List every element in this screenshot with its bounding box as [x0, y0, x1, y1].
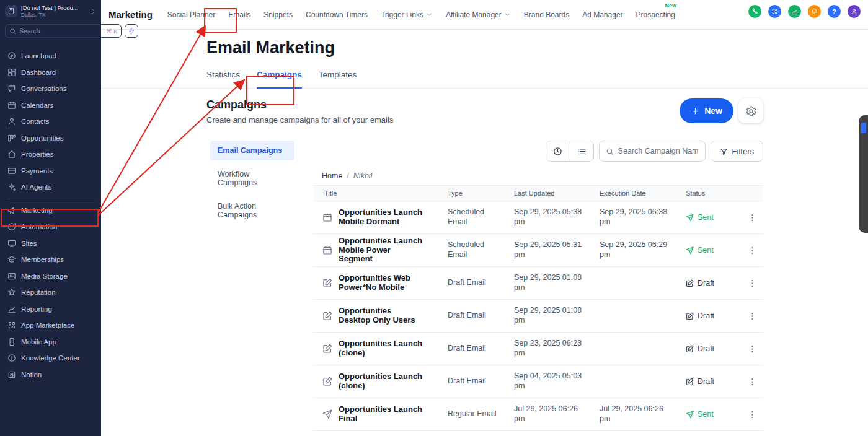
status-badge: Sent — [686, 213, 742, 222]
breadcrumb-home[interactable]: Home — [322, 172, 342, 180]
tab-templates[interactable]: Templates — [319, 70, 357, 88]
history-view-button[interactable] — [546, 141, 570, 161]
calendar-icon — [322, 212, 332, 222]
sidebar-item-ai-agents[interactable]: AI Agents — [0, 179, 101, 196]
campaign-title[interactable]: Opportunities Launch (clone) — [339, 372, 425, 391]
tab-emails[interactable]: Emails — [228, 11, 250, 19]
media-icon — [7, 272, 16, 281]
sidebar-item-label: Notion — [21, 371, 42, 378]
sidebar-item-mobile-app[interactable]: Mobile App — [0, 334, 101, 351]
campaign-title[interactable]: Opportunities Launch (clone) — [339, 339, 425, 358]
chevron-down-icon — [426, 11, 433, 18]
campaign-title[interactable]: Opportunities Launch Mobile Dormant — [339, 208, 425, 227]
sidebar-item-calendars[interactable]: Calendars — [0, 97, 101, 114]
row-actions-button[interactable] — [742, 377, 763, 386]
monitor-icon — [7, 239, 16, 248]
header-action-icons: ? — [748, 5, 861, 18]
sidebar-item-label: Properties — [21, 150, 53, 158]
table-row[interactable]: Opportunities Launch (clone) Draft Email… — [313, 333, 763, 365]
tab-prospecting[interactable]: NewProspecting — [636, 11, 675, 19]
status-badge: Draft — [686, 377, 742, 386]
sidebar-item-label: Automation — [21, 223, 57, 230]
sidebar-item-media-storage[interactable]: Media Storage — [0, 268, 101, 285]
side-tab-workflow-campaigns[interactable]: Workflow Campaigns — [210, 164, 294, 193]
sidebar-search[interactable]: ⌘ K — [5, 24, 122, 38]
tab-affiliate-manager[interactable]: Affiliate Manager — [446, 11, 511, 19]
table-row[interactable]: Opportunities Desktop Only Users Draft E… — [313, 300, 763, 333]
phone-preview-edge[interactable] — [859, 115, 868, 233]
notifications-button[interactable] — [808, 5, 821, 18]
sidebar-item-sites[interactable]: Sites — [0, 235, 101, 252]
side-tab-bulk-action-campaigns[interactable]: Bulk Action Campaigns — [210, 196, 294, 225]
campaign-search[interactable] — [599, 141, 706, 162]
row-actions-button[interactable] — [742, 344, 763, 354]
sidebar-item-label: Contacts — [21, 118, 49, 125]
new-campaign-button[interactable]: New — [680, 98, 733, 123]
table-row[interactable]: Opportunities Launch Mobile Power Segmen… — [313, 234, 763, 267]
edit-icon — [322, 377, 332, 386]
tab-trigger-links[interactable]: Trigger Links — [381, 11, 433, 19]
sidebar: [Do not Test ] Produ... Dallas, TX ⌘ K L… — [0, 0, 101, 436]
sidebar-item-reporting[interactable]: Reporting — [0, 301, 101, 318]
row-actions-button[interactable] — [742, 246, 763, 255]
table-row[interactable]: Opportunities Launch Final Regular Email… — [313, 398, 763, 431]
campaign-title[interactable]: Opportunities Desktop Only Users — [339, 307, 425, 325]
campaign-search-input[interactable] — [618, 147, 699, 155]
list-view-button[interactable] — [570, 141, 593, 161]
sidebar-item-contacts[interactable]: Contacts — [0, 113, 101, 130]
tab-brand-boards[interactable]: Brand Boards — [524, 11, 569, 19]
sidebar-item-properties[interactable]: Properties — [0, 146, 101, 163]
sidebar-item-marketing[interactable]: Marketing — [0, 203, 101, 219]
sidebar-item-conversations[interactable]: Conversations — [0, 81, 101, 97]
sidebar-item-dashboard[interactable]: Dashboard — [0, 64, 101, 81]
table-row[interactable]: Opportunities Launch (clone) Draft Email… — [313, 365, 763, 398]
apps-button[interactable] — [768, 5, 781, 18]
chevron-updown-icon — [89, 8, 96, 15]
campaign-title[interactable]: Opportunities Web Power*No Mobile — [339, 274, 425, 292]
row-actions-button[interactable] — [742, 312, 763, 321]
sparkle-icon — [7, 183, 16, 191]
view-toggle-group — [546, 141, 594, 162]
campaign-title[interactable]: Opportunities Launch Mobile Power Segmen… — [339, 237, 425, 264]
profile-avatar[interactable] — [848, 5, 861, 18]
sidebar-search-input[interactable] — [19, 27, 103, 35]
payments-icon — [7, 167, 16, 175]
sidebar-item-reputation[interactable]: Reputation — [0, 284, 101, 301]
tab-ad-manager[interactable]: Ad Manager — [582, 11, 622, 19]
sidebar-item-payments[interactable]: Payments — [0, 163, 101, 180]
row-actions-button[interactable] — [742, 213, 763, 222]
campaign-title[interactable]: Opportunities Launch Final — [339, 405, 425, 424]
row-actions-button[interactable] — [742, 410, 763, 419]
email-marketing-tabs: Statistics Campaigns Templates — [101, 70, 868, 89]
sidebar-item-notion[interactable]: Notion — [0, 367, 101, 383]
sidebar-item-label: AI Agents — [21, 183, 51, 191]
quick-actions-button[interactable] — [125, 24, 138, 38]
tab-statistics[interactable]: Statistics — [206, 70, 240, 88]
campaign-type-nav: Email Campaigns Workflow Campaigns Bulk … — [210, 141, 294, 431]
tab-social-planner[interactable]: Social Planner — [167, 11, 215, 19]
sidebar-item-knowledge-center[interactable]: Knowledge Center — [0, 350, 101, 367]
phone-button[interactable] — [748, 5, 761, 18]
sidebar-item-label: Launchpad — [21, 52, 56, 59]
sidebar-item-automation[interactable]: Automation — [0, 219, 101, 235]
tab-campaigns[interactable]: Campaigns — [257, 70, 302, 89]
sidebar-item-label: Memberships — [21, 256, 64, 263]
settings-button[interactable] — [738, 98, 763, 123]
sidebar-item-launchpad[interactable]: Launchpad — [0, 48, 101, 64]
help-button[interactable]: ? — [828, 5, 841, 18]
main-content: Email Marketing Statistics Campaigns Tem… — [101, 30, 868, 436]
sidebar-item-memberships[interactable]: Memberships — [0, 251, 101, 268]
launchpad-icon — [7, 51, 16, 60]
account-switcher[interactable]: [Do not Test ] Produ... Dallas, TX — [0, 0, 101, 20]
side-tab-email-campaigns[interactable]: Email Campaigns — [210, 141, 294, 160]
tab-snippets[interactable]: Snippets — [264, 11, 293, 19]
table-row[interactable]: Opportunities Launch Mobile Dormant Sche… — [313, 201, 763, 234]
growth-button[interactable] — [788, 5, 801, 18]
table-header: Title Type Last Updated Execution Date S… — [313, 185, 763, 201]
row-actions-button[interactable] — [742, 279, 763, 288]
sidebar-item-app-marketplace[interactable]: App Marketplace — [0, 317, 101, 334]
sidebar-item-opportunities[interactable]: Opportunities — [0, 130, 101, 147]
filters-button[interactable]: Filters — [711, 141, 763, 162]
tab-countdown-timers[interactable]: Countdown Timers — [306, 11, 368, 19]
table-row[interactable]: Opportunities Web Power*No Mobile Draft … — [313, 267, 763, 300]
